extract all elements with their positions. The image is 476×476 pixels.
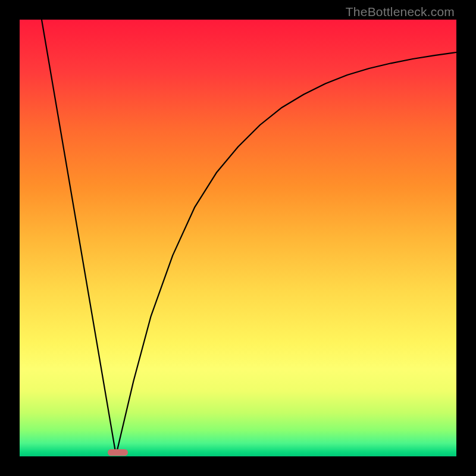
optimal-point-marker: [108, 449, 128, 456]
watermark-text: TheBottleneck.com: [346, 5, 455, 19]
bottleneck-curve: [20, 20, 456, 456]
chart-plot-area: [20, 20, 456, 456]
